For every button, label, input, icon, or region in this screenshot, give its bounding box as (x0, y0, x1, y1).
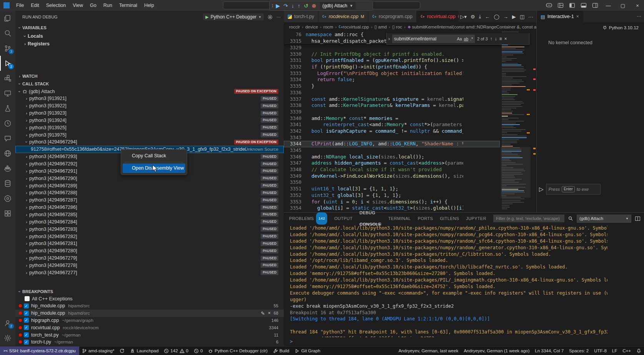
toggle-replace-icon[interactable]: › (388, 36, 390, 42)
minimap-slider[interactable] (501, 147, 531, 198)
thread-row[interactable]: ›python3 [4294967280]PAUSED (15, 247, 284, 255)
code-editor[interactable]: 33293330 // Init PrintfDbg object if pri… (284, 32, 536, 212)
activity-timeline-icon[interactable] (0, 116, 15, 131)
activity-testing-icon[interactable] (0, 101, 15, 116)
status-item-c-[interactable]: C++ (620, 347, 634, 355)
panel-tab-output[interactable]: OUTPUT (334, 213, 353, 224)
activity-run-and-debug-icon[interactable]: 2 (0, 56, 15, 71)
breakpoint-row[interactable]: ✓hip_module.cpphipamd/src✎×68 (15, 310, 284, 317)
breakpoint-exceptions-row[interactable]: All C++ Exceptions (15, 295, 284, 302)
toolbar-grip-icon[interactable]: ⁞⁞ (272, 4, 273, 8)
launch-config-picker[interactable]: ▶ Python C++ Debugger ▼ (203, 13, 264, 20)
status-item-launchpad[interactable]: Launchpad (127, 347, 161, 355)
whole-word-icon[interactable]: ab (464, 37, 468, 41)
thread-row[interactable]: ›python3 [4294967283]PAUSED (15, 225, 284, 233)
debug-session-picker[interactable]: (gdb) Attach ▼ (320, 2, 356, 10)
menu-help[interactable]: Help (141, 0, 158, 11)
activity-settings-gear-icon[interactable] (0, 330, 15, 345)
overview-ruler[interactable] (531, 32, 536, 212)
run-python-dropdown-icon[interactable]: ▷▾ (460, 14, 467, 20)
thread-row-expanded[interactable]: ›python3 [4294967294]PAUSED ON EXCEPTION (15, 138, 284, 146)
thread-row[interactable]: ›python3 [4294967279]PAUSED (15, 255, 284, 262)
activity-explorer-icon[interactable] (0, 11, 15, 26)
tree-item-registers[interactable]: ›Registers (15, 40, 284, 47)
thread-row[interactable]: ›python3 [4294967289]PAUSED (15, 182, 284, 189)
breakpoint-checkbox[interactable]: ✓ (24, 311, 29, 316)
kernel-picker[interactable]: Python 3.10.12 (602, 25, 639, 30)
menu-file[interactable]: File (13, 0, 27, 11)
step-out-icon[interactable]: ↑ (298, 3, 300, 8)
exceptions-checkbox[interactable] (25, 296, 30, 301)
menu-run[interactable]: Run (100, 0, 116, 11)
panel-tab-gitlens[interactable]: GITLENS (440, 213, 459, 224)
section-variables[interactable]: ›VARIABLES (15, 24, 284, 31)
status-item-142[interactable]: 1420 (161, 347, 191, 355)
find-input[interactable]: submitKernelInternal Aa ab .* (392, 35, 475, 43)
breakpoint-checkbox[interactable]: ✓ (24, 325, 29, 330)
tab-interactive-1[interactable]: ▤ Interactive-1 × (537, 11, 583, 22)
activity-source-control-icon[interactable]: 3 (0, 41, 15, 56)
activity-kubernetes-icon[interactable] (0, 191, 15, 206)
activity-globe-icon[interactable] (0, 146, 15, 161)
toggle-panel-icon[interactable] (579, 0, 589, 11)
breakpoint-checkbox[interactable]: ✓ (24, 303, 29, 308)
thread-row[interactable]: ›python3 [913975]PAUSED (15, 131, 284, 138)
thread-row[interactable]: ›python3 [4294967287]PAUSED (15, 197, 284, 204)
menu-terminal[interactable]: Terminal (116, 0, 141, 11)
thread-row[interactable]: ›python3 [913923]PAUSED (15, 110, 284, 117)
nav-back-circle-icon[interactable]: ← (485, 14, 490, 20)
match-case-icon[interactable]: Aa (457, 37, 462, 41)
tree-item-locals[interactable]: ›Locals (15, 32, 284, 40)
activity-extensions-icon[interactable] (0, 71, 15, 86)
minimize-button[interactable]: — (602, 0, 615, 11)
breakpoint-row[interactable]: ✓torch-t.py~/german6 (15, 338, 284, 346)
section-call-stack[interactable]: ›CALL STACK (15, 80, 284, 87)
thread-row[interactable]: ›python3 [4294967286]PAUSED (15, 204, 284, 211)
tab-rocprogram.cpp[interactable]: C+rocprogram.cpp (368, 11, 416, 22)
status-item-andryeyev-german-1-week-ago-[interactable]: Andryeyev, German (1 week ago) (461, 347, 532, 355)
run-circle-icon[interactable]: ▶ (512, 14, 516, 20)
status-item-amd-staging-[interactable]: amd-staging* (79, 347, 117, 355)
close-find-icon[interactable]: × (504, 36, 507, 42)
panel-tab-terminal[interactable]: TERMINAL (388, 213, 411, 224)
status-item-0[interactable]: 0 (191, 347, 205, 355)
activity-database-icon[interactable] (0, 176, 15, 191)
activity-remote-explorer-icon[interactable] (0, 86, 15, 101)
status-item-andryeyev-german-last-week[interactable]: Andryeyev, German, last week (396, 347, 461, 355)
thread-row[interactable]: ›python3 [913922]PAUSED (15, 102, 284, 110)
panel-tab-ports[interactable]: PORTS (418, 213, 433, 224)
regex-icon[interactable]: .* (470, 37, 473, 41)
breakpoint-row[interactable]: ✓hipgraph.cpp~/german/graph146 (15, 317, 284, 324)
toggle-secondary-sidebar-icon[interactable] (590, 0, 600, 11)
console-session-picker[interactable]: (gdb) Attach ▼ (577, 215, 631, 223)
breadcrumb-item[interactable]: device (305, 25, 318, 29)
thread-row[interactable]: ›python3 [4294967278]PAUSED (15, 262, 284, 269)
breakpoint-checkbox[interactable]: ✓ (24, 340, 29, 345)
close-tab-icon[interactable]: × (576, 14, 579, 19)
status-item-git-graph[interactable]: Git Graph (292, 347, 323, 355)
editor-more-actions[interactable]: ··· (528, 14, 533, 20)
section-watch[interactable]: ›WATCH (15, 72, 284, 80)
thread-row[interactable]: ›python3 [4294967285]PAUSED (15, 211, 284, 218)
panel-tab-jupyter[interactable]: JUPYTER (466, 213, 486, 224)
activity-chat-icon[interactable] (0, 131, 15, 146)
breadcrumb-item[interactable]: roc (396, 25, 402, 29)
install-icon[interactable]: ⤓ (479, 13, 481, 20)
thread-row[interactable]: ›python3 [913921]PAUSED (15, 95, 284, 102)
nav-forward-circle-icon[interactable]: → (503, 14, 508, 20)
breakpoint-checkbox[interactable]: ✓ (24, 318, 29, 323)
views-more-actions[interactable]: ··· (276, 15, 281, 19)
maximize-button[interactable]: ▢ (616, 0, 629, 11)
find-next-icon[interactable]: ↓ (495, 36, 497, 42)
copilot-icon[interactable] (544, 0, 554, 11)
status-item-build[interactable]: Build (270, 347, 292, 355)
thread-row[interactable]: ›python3 [4294967282]PAUSED (15, 233, 284, 240)
customize-layout-icon[interactable] (556, 0, 566, 11)
thread-row[interactable]: ›python3 [4294967284]PAUSED (15, 218, 284, 225)
continue-icon[interactable]: ▶ (276, 3, 280, 8)
record-icon[interactable]: ◯ (494, 14, 499, 20)
menu-edit[interactable]: Edit (27, 0, 43, 11)
breakpoint-row[interactable]: ✓hip_module.cpphipamd/src55 (15, 302, 284, 310)
status-item[interactable] (117, 347, 127, 355)
context-menu-item-copy-call-stack[interactable]: Copy Call Stack (123, 151, 185, 161)
